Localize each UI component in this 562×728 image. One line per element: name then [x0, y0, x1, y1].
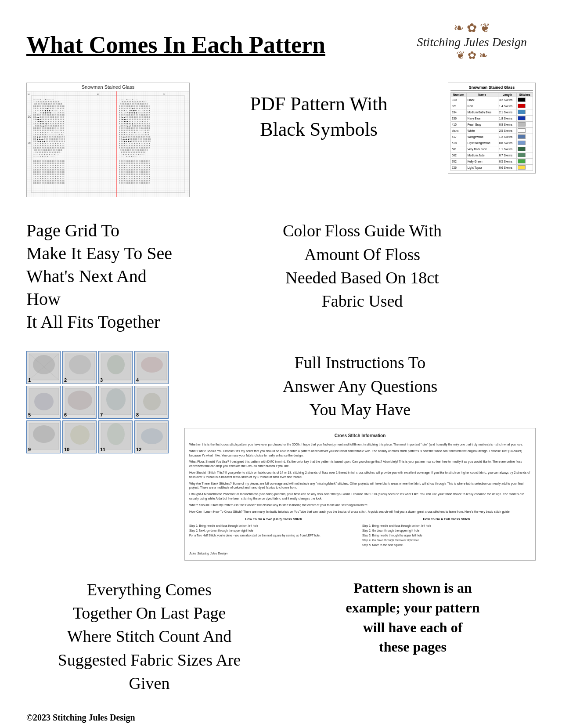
instruction-para-4: How Should I Stitch This? If you prefer …: [189, 471, 531, 479]
thumb-svg-1: [27, 351, 61, 384]
floss-label-line3: Needed Based On 18ct: [285, 268, 439, 287]
instruction-para-2: What Fabric Should You Choose? It's my b…: [189, 449, 531, 458]
floss-number: blanc: [451, 128, 467, 134]
how-to-right-step-2: Step 2: Go down through the upper right …: [362, 529, 531, 532]
previews-row-2: 5 6: [26, 386, 176, 419]
svg-point-102: [34, 393, 54, 410]
svg-text:20: 20: [28, 141, 31, 145]
final-right: Pattern shown is an example; your patter…: [290, 578, 536, 657]
svg-point-88: [33, 355, 55, 374]
thumb-number-5: 5: [28, 412, 31, 417]
floss-row: 561 Very Dark Jade 1.1 Skeins: [451, 146, 533, 152]
instructions-paragraphs: Whether this is the first cross stitch p…: [189, 442, 531, 514]
floss-swatch: [517, 128, 533, 134]
thumb-3: 3: [98, 351, 133, 384]
floss-swatch: [517, 134, 533, 140]
floss-length: 0.9 Skeins: [498, 122, 517, 128]
final-right-line3: will have each of: [363, 619, 463, 635]
floss-swatch: [517, 165, 533, 171]
section-bottom-main: 1 2: [26, 351, 536, 561]
svg-point-114: [33, 425, 55, 443]
pdf-label-line2: Black Symbols: [260, 119, 378, 140]
svg-text:X X X X X X X X X X X X X X X : X X X X X X X X X X X X X X X X X X X: [33, 182, 65, 184]
floss-number: 702: [451, 159, 467, 165]
svg-point-117: [70, 425, 90, 445]
svg-point-99: [141, 357, 163, 373]
svg-text:· · · · · · · X X X X X · · · : · · · · · · · X X X X X · · · · · · ·: [33, 156, 55, 158]
floss-number: 726: [451, 165, 467, 171]
footer: ©2023 Stitching Jules Design: [26, 713, 536, 723]
how-to-left-steps: Step 1: Bring needle and floss through b…: [189, 524, 358, 537]
floss-swatch: [517, 97, 533, 103]
how-to-right-steps: Step 1: Bring needle and floss through b…: [362, 524, 531, 547]
thumb-1: 1: [26, 351, 61, 384]
svg-point-111: [143, 393, 161, 410]
floss-length: 3.2 Skeins: [498, 97, 517, 103]
instr-line3: You May Have: [310, 400, 411, 419]
thumb-svg-4: [135, 351, 169, 384]
floss-row: 562 Medium Jade 0.7 Skeins: [451, 152, 533, 159]
floss-swatch: [517, 109, 533, 116]
logo-flourish-bottom: ❦ ✿ ❧: [456, 50, 488, 61]
floss-name: Kelly Green: [466, 159, 498, 165]
thumb-svg-2: [63, 351, 97, 384]
svg-text:X X X X X X X X X X X X X X X : X X X X X X X X X X X X X X X X X X X: [119, 182, 150, 184]
final-left-line2: Together On Last Page: [73, 604, 226, 622]
pdf-label-line1: PDF Pattern With: [250, 93, 388, 115]
floss-label-area: Color Floss Guide With Amount Of Floss N…: [189, 210, 536, 322]
page-grid-line4: It All Fits Together: [26, 312, 160, 332]
svg-text:· · · · · · · X X X X X · · · : · · · · · · · X X X X X · · · · · · ·: [119, 156, 140, 158]
logo-text: Stitching Jules Design: [417, 34, 527, 50]
thumb-4: 4: [134, 351, 169, 384]
svg-point-96: [107, 355, 125, 374]
thumb-8: 8: [134, 386, 169, 419]
thumb-img-5: [27, 386, 60, 418]
floss-row: 517 Wedgewood 1.2 Skeins: [451, 134, 533, 140]
floss-number: 562: [451, 152, 467, 159]
thumb-number-6: 6: [64, 412, 67, 417]
how-to-section: How To Do A Two (Half) Cross Stitch Step…: [189, 517, 531, 548]
floss-length: 1.2 Skeins: [498, 134, 517, 140]
cross-stitch-svg: 50 60 70 /* Will be rendered via JS belo…: [27, 91, 189, 197]
floss-row: 518 Light Wedgewood 0.8 Skeins: [451, 140, 533, 146]
svg-text:10: 10: [28, 115, 31, 118]
col-header-color: Stitches: [517, 93, 533, 97]
thumb-6: 6: [62, 386, 97, 419]
final-right-line4: these pages: [379, 639, 447, 655]
svg-point-93: [69, 355, 91, 374]
floss-swatch: [517, 103, 533, 109]
instructions-area: Full Instructions To Answer Any Question…: [184, 351, 536, 561]
svg-text:60: 60: [97, 93, 99, 95]
floss-length: 0.5 Skeins: [498, 159, 517, 165]
thumb-img-2: [63, 351, 96, 384]
floss-swatch: [517, 116, 533, 122]
page: What Comes In Each Pattern ❧ ✿ ❦ Stitchi…: [0, 0, 562, 728]
floss-row: 321 Red 1.4 Skeins: [451, 103, 533, 109]
thumb-5: 5: [26, 386, 61, 419]
svg-point-123: [141, 428, 163, 444]
how-to-left-step-2: Step 2: Next, go down through the upper …: [189, 529, 358, 532]
thumb-svg-7: [99, 386, 133, 419]
floss-name: Navy Blue: [466, 116, 498, 122]
floss-swatch: [517, 140, 533, 146]
thumb-svg-6: [63, 386, 97, 419]
instruction-para-7: Where Should I Start My Pattern On The F…: [189, 503, 531, 507]
floss-number: 517: [451, 134, 467, 140]
floss-length: 0.8 Skeins: [498, 140, 517, 146]
col-header-name: Name: [466, 93, 498, 97]
thumb-img-3: [99, 351, 132, 384]
floss-name: Light Wedgewood: [466, 140, 498, 146]
how-to-col-right: How To Do A Full Cross Stitch Step 1: Br…: [362, 517, 531, 548]
instructions-doc-title: Cross Stitch Information: [189, 433, 531, 439]
logo-flourish-top: ❧ ✿ ❦: [454, 22, 490, 34]
floss-number: 336: [451, 116, 467, 122]
thumb-img-7: [99, 386, 132, 418]
thumb-svg-3: [99, 351, 133, 384]
header: What Comes In Each Pattern ❧ ✿ ❦ Stitchi…: [26, 18, 536, 65]
floss-name: Very Dark Jade: [466, 146, 498, 152]
floss-row: 336 Navy Blue 1.8 Skeins: [451, 116, 533, 122]
previews-row-3: 9 10: [26, 420, 176, 453]
floss-length: 1.8 Skeins: [498, 116, 517, 122]
col-header-length: Length: [498, 93, 517, 97]
thumb-number-7: 7: [100, 412, 103, 417]
